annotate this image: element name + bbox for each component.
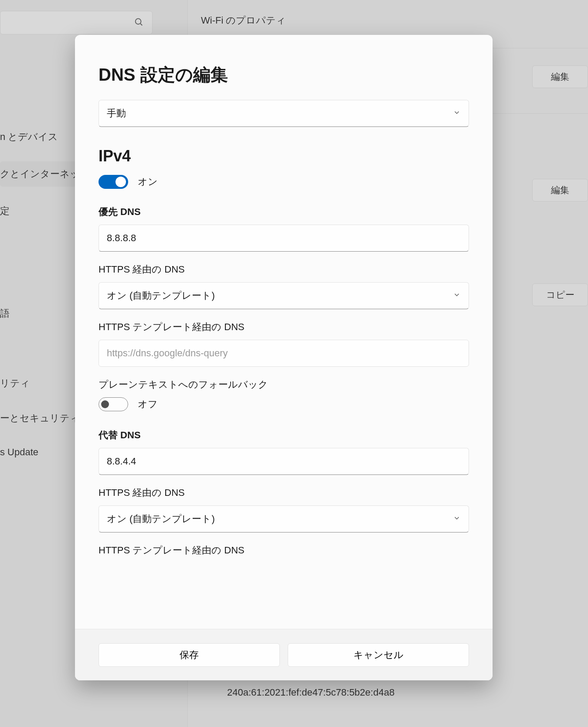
doh-select[interactable]: オン (自動テンプレート) — [99, 282, 469, 309]
alt-doh-template-label: HTTPS テンプレート経由の DNS — [99, 544, 469, 557]
cancel-button[interactable]: キャンセル — [288, 643, 469, 667]
alt-doh-select[interactable]: オン (自動テンプレート) — [99, 505, 469, 532]
alternate-dns-field[interactable] — [107, 456, 461, 467]
doh-template-value: https://dns.google/dns-query — [107, 348, 228, 359]
ipv4-toggle-label: オン — [138, 175, 158, 188]
alt-doh-value: オン (自動テンプレート) — [107, 512, 215, 526]
dns-mode-select[interactable]: 手動 — [99, 100, 469, 127]
preferred-dns-field[interactable] — [107, 232, 461, 244]
dialog-footer: 保存 キャンセル — [75, 629, 493, 680]
fallback-toggle-label: オフ — [138, 398, 158, 411]
dialog-title: DNS 設定の編集 — [99, 63, 469, 87]
ipv4-toggle[interactable] — [99, 175, 128, 189]
chevron-down-icon — [453, 513, 461, 525]
alternate-dns-label: 代替 DNS — [99, 429, 469, 442]
chevron-down-icon — [453, 290, 461, 301]
alternate-dns-input[interactable] — [99, 448, 469, 475]
doh-label: HTTPS 経由の DNS — [99, 263, 469, 276]
doh-value: オン (自動テンプレート) — [107, 289, 215, 302]
preferred-dns-label: 優先 DNS — [99, 205, 469, 218]
preferred-dns-input[interactable] — [99, 225, 469, 252]
fallback-toggle[interactable] — [99, 397, 128, 411]
ipv4-heading: IPv4 — [99, 147, 469, 165]
doh-template-display: https://dns.google/dns-query — [99, 340, 469, 367]
dns-mode-value: 手動 — [107, 107, 126, 120]
chevron-down-icon — [453, 108, 461, 119]
alt-doh-label: HTTPS 経由の DNS — [99, 486, 469, 499]
doh-template-label: HTTPS テンプレート経由の DNS — [99, 321, 469, 334]
dns-settings-dialog: DNS 設定の編集 手動 IPv4 オン 優先 DNS — [75, 35, 493, 680]
dialog-scroll-area[interactable]: DNS 設定の編集 手動 IPv4 オン 優先 DNS — [99, 63, 479, 629]
fallback-label: プレーンテキストへのフォールバック — [99, 378, 469, 391]
save-button[interactable]: 保存 — [99, 643, 280, 667]
